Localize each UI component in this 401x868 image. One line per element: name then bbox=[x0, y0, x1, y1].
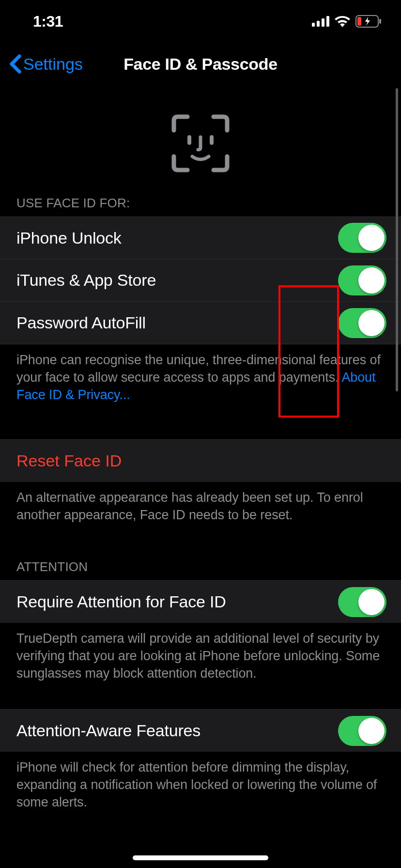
home-indicator[interactable] bbox=[133, 855, 268, 860]
back-button[interactable]: Settings bbox=[9, 54, 83, 74]
row-label: Attention-Aware Features bbox=[16, 721, 200, 740]
footer-require-attention: TrueDepth camera will provide an additio… bbox=[0, 623, 401, 696]
toggle-iphone-unlock[interactable] bbox=[338, 223, 386, 253]
footer-use-for: iPhone can recognise the unique, three-d… bbox=[0, 344, 401, 417]
reset-faceid-label: Reset Face ID bbox=[16, 451, 122, 470]
toggle-itunes-app-store[interactable] bbox=[338, 265, 386, 295]
footer-reset: An alternative appearance has already be… bbox=[0, 482, 401, 537]
back-label: Settings bbox=[23, 55, 83, 74]
row-iphone-unlock: iPhone Unlock bbox=[0, 217, 401, 259]
row-password-autofill: Password AutoFill bbox=[0, 302, 401, 344]
scrollbar[interactable] bbox=[396, 88, 398, 391]
faceid-hero bbox=[0, 85, 401, 187]
toggle-require-attention[interactable] bbox=[338, 587, 386, 617]
svg-rect-2 bbox=[322, 18, 324, 27]
row-attention-aware: Attention-Aware Features bbox=[0, 709, 401, 752]
svg-rect-3 bbox=[326, 16, 329, 27]
row-label: Require Attention for Face ID bbox=[16, 592, 226, 611]
svg-rect-6 bbox=[357, 17, 361, 26]
faceid-icon bbox=[169, 112, 232, 175]
row-require-attention: Require Attention for Face ID bbox=[0, 580, 401, 623]
status-bar: 1:31 bbox=[0, 0, 401, 43]
row-label: iPhone Unlock bbox=[16, 229, 122, 248]
footer-attention-aware: iPhone will check for attention before d… bbox=[0, 752, 401, 824]
page-title: Face ID & Passcode bbox=[123, 55, 278, 74]
row-label: Password AutoFill bbox=[16, 313, 146, 332]
section-header-attention: ATTENTION bbox=[0, 551, 401, 580]
row-itunes-app-store: iTunes & App Store bbox=[0, 259, 401, 302]
battery-icon bbox=[355, 15, 382, 28]
status-time: 1:31 bbox=[33, 13, 63, 31]
nav-bar: Settings Face ID & Passcode bbox=[0, 43, 401, 85]
row-reset-faceid[interactable]: Reset Face ID bbox=[0, 439, 401, 482]
cellular-icon bbox=[312, 16, 329, 27]
svg-rect-1 bbox=[317, 21, 320, 27]
toggle-attention-aware[interactable] bbox=[338, 716, 386, 746]
section-header-use-for: USE FACE ID FOR: bbox=[0, 187, 401, 217]
wifi-icon bbox=[334, 16, 351, 27]
chevron-left-icon bbox=[9, 54, 21, 74]
row-label: iTunes & App Store bbox=[16, 271, 156, 290]
status-icons bbox=[312, 15, 382, 28]
svg-rect-5 bbox=[379, 19, 381, 24]
toggle-password-autofill[interactable] bbox=[338, 308, 386, 338]
svg-rect-0 bbox=[312, 23, 315, 27]
content: USE FACE ID FOR: iPhone Unlock iTunes & … bbox=[0, 85, 401, 824]
